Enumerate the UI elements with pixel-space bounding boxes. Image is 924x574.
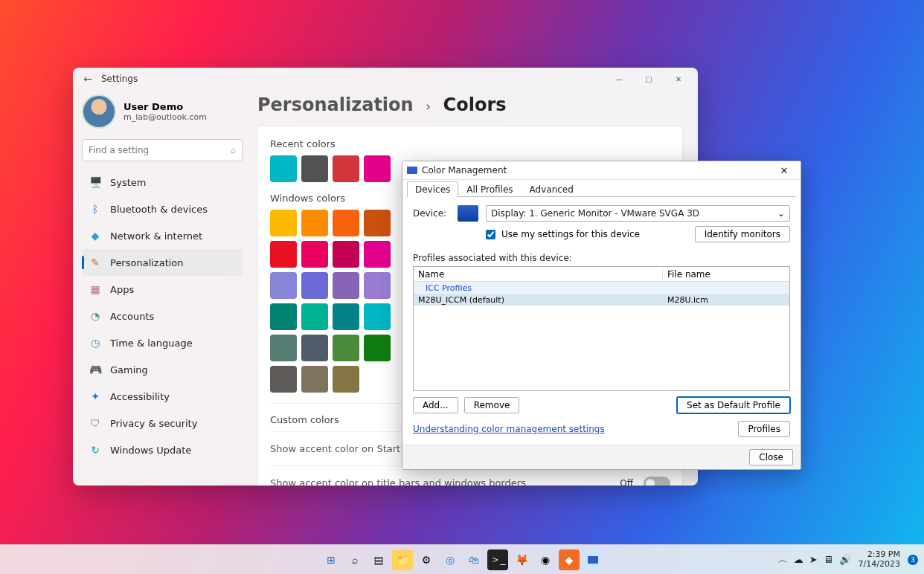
accounts-icon: ◔ <box>89 310 101 322</box>
windows-color-swatch[interactable] <box>364 335 391 361</box>
sidebar-item-network[interactable]: ◆Network & internet <box>82 222 243 249</box>
windows-color-swatch[interactable] <box>301 272 328 299</box>
cm-use-settings-checkbox[interactable]: Use my settings for this device <box>483 228 640 242</box>
avatar <box>82 94 116 129</box>
cm-device-value: Display: 1. Generic Monitor - VMware SVG… <box>491 208 699 219</box>
recent-color-swatch[interactable] <box>270 155 297 182</box>
cm-close-footer-button[interactable]: Close <box>749 449 793 465</box>
windows-color-swatch[interactable] <box>364 303 391 330</box>
windows-color-swatch[interactable] <box>270 335 297 361</box>
breadcrumb-parent[interactable]: Personalization <box>257 94 414 115</box>
user-email: m_lab@outlook.com <box>123 112 207 122</box>
cm-remove-button[interactable]: Remove <box>464 397 520 413</box>
accessibility-icon: ✦ <box>89 390 101 402</box>
sidebar-item-label: Network & internet <box>110 230 202 242</box>
sidebar-item-privacy[interactable]: 🛡Privacy & security <box>82 410 243 436</box>
windows-color-swatch[interactable] <box>270 241 297 268</box>
windows-color-swatch[interactable] <box>333 241 359 268</box>
user-name: User Demo <box>123 101 207 112</box>
cm-tab-all-profiles[interactable]: All Profiles <box>458 181 521 197</box>
sidebar-item-time[interactable]: ◷Time & language <box>82 329 243 356</box>
windows-color-swatch[interactable] <box>301 303 328 330</box>
tray-volume-icon[interactable]: 🔊 <box>839 554 851 565</box>
taskbar-search-icon[interactable]: ⌕ <box>344 549 365 570</box>
store-icon[interactable]: 🛍 <box>463 549 484 570</box>
toggle-off-text-2: Off <box>620 478 633 486</box>
sidebar-item-apps[interactable]: ▦Apps <box>82 276 243 303</box>
recent-color-swatch[interactable] <box>333 155 359 182</box>
tray-location-icon[interactable]: ➤ <box>809 554 818 565</box>
app-orange-icon[interactable]: ◆ <box>559 549 580 570</box>
system-icon: 🖥️ <box>89 176 101 188</box>
settings-sidebar: User Demo m_lab@outlook.com Find a setti… <box>73 90 251 486</box>
windows-color-swatch[interactable] <box>333 272 359 299</box>
recent-color-swatch[interactable] <box>364 155 391 182</box>
window-controls: — ▢ ✕ <box>604 68 693 90</box>
windows-color-swatch[interactable] <box>333 366 359 393</box>
sidebar-item-label: Accounts <box>110 311 154 322</box>
cm-profile-list[interactable]: Name File name ICC ProfilesM28U_ICCM (de… <box>413 266 790 391</box>
settings-icon[interactable]: ⚙ <box>416 549 437 570</box>
notification-badge[interactable]: 3 <box>908 555 918 565</box>
windows-color-swatch[interactable] <box>270 272 297 299</box>
windows-color-swatch[interactable] <box>270 366 297 393</box>
sidebar-item-gaming[interactable]: 🎮Gaming <box>82 356 243 383</box>
sidebar-item-bluetooth[interactable]: ᛒBluetooth & devices <box>82 196 243 222</box>
windows-color-swatch[interactable] <box>333 303 359 330</box>
cm-set-default-button[interactable]: Set as Default Profile <box>677 397 790 413</box>
sidebar-item-system[interactable]: 🖥️System <box>82 169 243 196</box>
windows-color-swatch[interactable] <box>301 366 328 393</box>
cm-add-button[interactable]: Add... <box>413 397 458 413</box>
accent-title-toggle[interactable] <box>644 477 670 486</box>
cm-tab-devices[interactable]: Devices <box>407 181 458 197</box>
cm-use-settings-input[interactable] <box>486 230 495 239</box>
cm-device-select[interactable]: Display: 1. Generic Monitor - VMware SVG… <box>486 205 790 222</box>
close-button[interactable]: ✕ <box>664 68 693 90</box>
windows-color-swatch[interactable] <box>270 303 297 330</box>
tray-cloud-icon[interactable]: ☁ <box>794 554 803 565</box>
terminal-icon[interactable]: ＞_ <box>487 549 508 570</box>
windows-color-swatch[interactable] <box>364 210 391 236</box>
recent-color-swatch[interactable] <box>301 155 328 182</box>
maximize-button[interactable]: ▢ <box>634 68 664 90</box>
windows-color-swatch[interactable] <box>364 241 391 268</box>
explorer-icon[interactable]: 📁 <box>392 549 413 570</box>
minimize-button[interactable]: — <box>604 68 634 90</box>
cm-col-name[interactable]: Name <box>414 269 663 280</box>
sidebar-item-personalization[interactable]: ✎Personalization <box>82 249 243 276</box>
cm-profile-row[interactable]: M28U_ICCM (default)M28U.icm <box>414 294 789 306</box>
windows-color-swatch[interactable] <box>301 241 328 268</box>
windows-color-swatch[interactable] <box>333 335 359 361</box>
windows-color-swatch[interactable] <box>301 335 328 361</box>
cm-tab-advanced[interactable]: Advanced <box>522 181 582 197</box>
sidebar-item-accounts[interactable]: ◔Accounts <box>82 303 243 329</box>
cm-col-file[interactable]: File name <box>663 269 789 280</box>
color-mgmt-taskbar-icon[interactable] <box>583 549 603 570</box>
task-view-icon[interactable]: ▤ <box>368 549 389 570</box>
user-block[interactable]: User Demo m_lab@outlook.com <box>82 90 243 139</box>
windows-color-swatch[interactable] <box>301 210 328 236</box>
back-button[interactable]: ← <box>77 73 98 85</box>
sidebar-item-accessibility[interactable]: ✦Accessibility <box>82 383 243 410</box>
windows-color-swatch[interactable] <box>270 210 297 236</box>
tray-network-icon[interactable]: 🖥 <box>824 554 833 565</box>
start-button[interactable]: ⊞ <box>321 549 341 570</box>
firefox-icon[interactable]: 🦊 <box>511 549 532 570</box>
windows-color-swatch[interactable] <box>364 272 391 299</box>
edge-icon[interactable]: ◎ <box>440 549 461 570</box>
cm-close-button[interactable]: ✕ <box>772 165 796 176</box>
tray-clock[interactable]: 2:39 PM 7/14/2023 <box>859 550 900 568</box>
identify-monitors-button[interactable]: Identify monitors <box>695 226 790 242</box>
search-input[interactable]: Find a setting ⌕ <box>82 139 243 161</box>
cm-list-header: Name File name <box>414 267 789 282</box>
windows-color-swatch[interactable] <box>333 210 359 236</box>
cm-understanding-link[interactable]: Understanding color management settings <box>413 424 605 434</box>
monitor-icon <box>458 205 478 222</box>
sidebar-item-label: Bluetooth & devices <box>110 204 208 215</box>
cm-tabs: DevicesAll ProfilesAdvanced <box>402 180 801 197</box>
cm-profiles-button[interactable]: Profiles <box>738 421 790 437</box>
chrome-icon[interactable]: ◉ <box>535 549 556 570</box>
tray-chevron-icon[interactable]: ︿ <box>778 553 788 567</box>
sidebar-item-update[interactable]: ↻Windows Update <box>82 436 243 463</box>
sidebar-item-label: Apps <box>110 284 134 295</box>
